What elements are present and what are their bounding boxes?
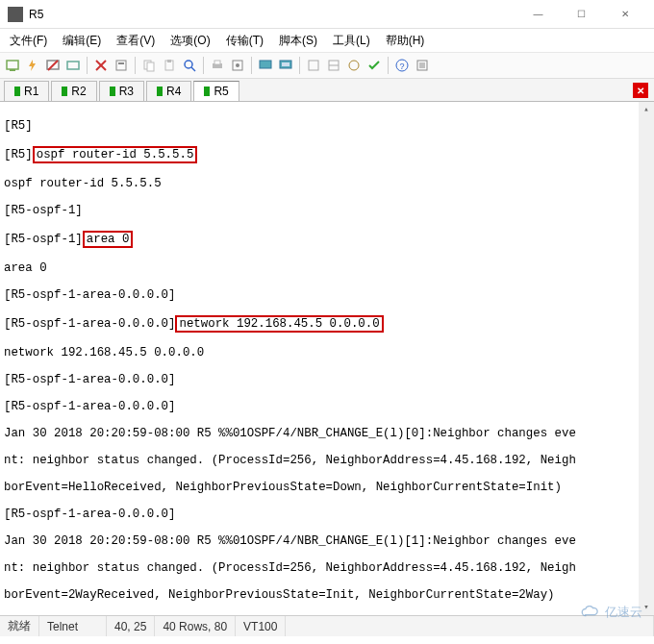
window-title: R5 bbox=[29, 8, 43, 21]
menu-view[interactable]: 查看(V) bbox=[113, 31, 159, 51]
toolbar-sep bbox=[388, 57, 389, 74]
svg-rect-0 bbox=[7, 61, 18, 69]
status-protocol: Telnet bbox=[39, 616, 107, 636]
status-dot-icon bbox=[62, 87, 67, 96]
svg-line-14 bbox=[191, 67, 195, 71]
screen-icon[interactable] bbox=[257, 57, 274, 74]
print-icon[interactable] bbox=[209, 57, 226, 74]
svg-rect-8 bbox=[118, 62, 124, 64]
svg-text:?: ? bbox=[399, 62, 404, 71]
tab-r3[interactable]: R3 bbox=[99, 81, 144, 101]
term-line: [R5-ospf-1] bbox=[4, 204, 646, 217]
term-line: Jan 30 2018 20:20:59-08:00 R5 %%01OSPF/4… bbox=[4, 534, 646, 548]
term-line: network 192.168.45.5 0.0.0.0 bbox=[4, 346, 646, 359]
terminal-output[interactable]: [R5] [R5]ospf router-id 5.5.5.5 ospf rou… bbox=[0, 102, 654, 615]
status-spacer bbox=[286, 616, 654, 636]
menu-bar: 文件(F) 编辑(E) 查看(V) 选项(O) 传输(T) 脚本(S) 工具(L… bbox=[0, 29, 654, 52]
term-line: [R5-ospf-1]area 0 bbox=[4, 231, 646, 248]
status-dot-icon bbox=[204, 87, 210, 96]
svg-point-25 bbox=[349, 61, 359, 70]
abort-icon[interactable] bbox=[92, 57, 110, 74]
tab-label: R5 bbox=[214, 85, 228, 98]
status-size: 40 Rows, 80 bbox=[155, 616, 236, 636]
screen-alt-icon[interactable] bbox=[277, 57, 294, 74]
term-line: [R5-ospf-1-area-0.0.0.0]network 192.168.… bbox=[4, 315, 646, 333]
tab-bar: R1 R2 R3 R4 R5 ✕ bbox=[0, 79, 654, 102]
term-line: Jan 30 2018 20:20:59-08:00 R5 %%01OSPF/4… bbox=[4, 427, 646, 440]
term-line: [R5-ospf-1-area-0.0.0.0] bbox=[4, 400, 646, 413]
quick-connect-icon[interactable] bbox=[24, 57, 41, 74]
term-line: ospf router-id 5.5.5.5 bbox=[4, 177, 646, 190]
toolbar-sep bbox=[203, 57, 204, 74]
highlight-ospf-router-id: ospf router-id 5.5.5.5 bbox=[33, 146, 198, 163]
svg-rect-16 bbox=[214, 61, 220, 64]
tab-r1[interactable]: R1 bbox=[4, 81, 49, 101]
tab-r2[interactable]: R2 bbox=[51, 81, 96, 101]
tab-r5[interactable]: R5 bbox=[193, 81, 239, 101]
tool2-icon[interactable] bbox=[325, 57, 342, 74]
term-line: [R5-ospf-1-area-0.0.0.0] bbox=[4, 373, 646, 386]
tab-r4[interactable]: R4 bbox=[146, 81, 191, 101]
highlight-area-0: area 0 bbox=[83, 231, 134, 248]
scrollbar-track[interactable] bbox=[639, 102, 654, 615]
find-icon[interactable] bbox=[181, 57, 198, 74]
term-line: area 0 bbox=[4, 261, 646, 275]
term-line: [R5-ospf-1-area-0.0.0.0] bbox=[4, 508, 646, 521]
menu-transfer[interactable]: 传输(T) bbox=[222, 31, 267, 51]
svg-rect-1 bbox=[10, 69, 15, 71]
status-bar: 就绪 Telnet 40, 25 40 Rows, 80 VT100 bbox=[0, 615, 654, 636]
title-bar: R5 — ☐ ✕ bbox=[0, 0, 654, 29]
term-line: borEvent=HelloReceived, NeighborPrevious… bbox=[4, 481, 646, 494]
term-line: [R5-ospf-1-area-0.0.0.0] bbox=[4, 288, 646, 302]
scroll-up-button[interactable]: ▴ bbox=[639, 102, 654, 117]
options-icon[interactable] bbox=[229, 57, 246, 74]
menu-options[interactable]: 选项(O) bbox=[166, 31, 214, 51]
status-term-type: VT100 bbox=[236, 616, 286, 636]
status-dot-icon bbox=[14, 87, 20, 96]
svg-point-18 bbox=[236, 63, 239, 67]
menu-help[interactable]: 帮助(H) bbox=[382, 31, 429, 51]
list-icon[interactable] bbox=[414, 57, 431, 74]
disconnect-icon[interactable] bbox=[44, 57, 62, 74]
tool4-icon[interactable] bbox=[365, 57, 383, 74]
svg-rect-19 bbox=[260, 61, 271, 68]
term-line: borEvent=2WayReceived, NeighborPreviousS… bbox=[4, 588, 646, 602]
tab-label: R1 bbox=[24, 85, 38, 98]
highlight-network-192: network 192.168.45.5 0.0.0.0 bbox=[175, 315, 383, 333]
status-dot-icon bbox=[157, 87, 163, 96]
settings-icon[interactable] bbox=[113, 57, 130, 74]
reconnect-icon[interactable] bbox=[64, 57, 82, 74]
status-dot-icon bbox=[110, 87, 115, 96]
term-line: [R5]ospf router-id 5.5.5.5 bbox=[4, 146, 646, 163]
svg-rect-4 bbox=[67, 62, 79, 69]
tool1-icon[interactable] bbox=[305, 57, 322, 74]
tool3-icon[interactable] bbox=[345, 57, 363, 74]
svg-point-13 bbox=[185, 61, 192, 68]
paste-icon[interactable] bbox=[161, 57, 178, 74]
minimize-button[interactable]: — bbox=[516, 1, 560, 28]
scroll-down-button[interactable]: ▾ bbox=[639, 600, 654, 615]
tab-close-button[interactable]: ✕ bbox=[633, 83, 648, 98]
help-icon[interactable]: ? bbox=[393, 57, 411, 74]
close-button[interactable]: ✕ bbox=[603, 1, 646, 28]
term-line: nt: neighbor status changed. (ProcessId=… bbox=[4, 454, 646, 467]
tab-label: R4 bbox=[166, 85, 181, 98]
svg-rect-22 bbox=[309, 61, 318, 70]
svg-rect-21 bbox=[282, 62, 289, 66]
connect-icon[interactable] bbox=[4, 57, 21, 74]
term-line: nt: neighbor status changed. (ProcessId=… bbox=[4, 561, 646, 575]
copy-icon[interactable] bbox=[140, 57, 158, 74]
menu-tools[interactable]: 工具(L) bbox=[329, 31, 374, 51]
menu-file[interactable]: 文件(F) bbox=[6, 31, 51, 51]
svg-rect-7 bbox=[116, 61, 126, 70]
menu-edit[interactable]: 编辑(E) bbox=[59, 31, 105, 51]
maximize-button[interactable]: ☐ bbox=[560, 1, 603, 28]
toolbar-sep bbox=[135, 57, 136, 74]
menu-script[interactable]: 脚本(S) bbox=[275, 31, 321, 51]
toolbar-sep bbox=[299, 57, 300, 74]
term-line: [R5] bbox=[4, 119, 646, 133]
status-cursor-pos: 40, 25 bbox=[107, 616, 155, 636]
svg-rect-10 bbox=[147, 62, 154, 71]
svg-rect-12 bbox=[167, 60, 171, 62]
tab-label: R3 bbox=[119, 85, 134, 98]
